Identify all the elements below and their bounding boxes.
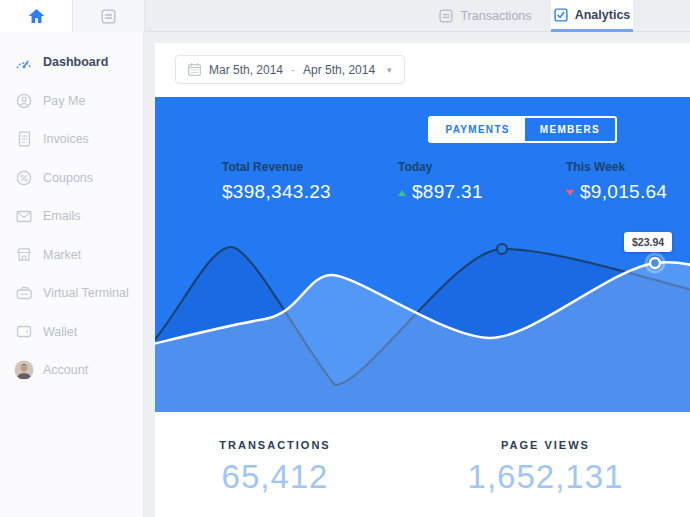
stat-label: Today bbox=[398, 160, 483, 174]
chevron-down-icon: ▾ bbox=[387, 65, 392, 75]
sidebar-item-label: Coupons bbox=[43, 171, 93, 185]
footer-stat-transactions: TRANSACTIONS 65,412 bbox=[170, 439, 380, 496]
sidebar-item-coupons[interactable]: Coupons bbox=[0, 159, 143, 198]
sidebar-item-label: Invoices bbox=[43, 132, 89, 146]
calendar-icon bbox=[188, 63, 201, 76]
footer-stat-value: 1,652,131 bbox=[423, 458, 668, 496]
analytics-chart-panel: PAYMENTS MEMBERS Total Revenue $398,343.… bbox=[155, 97, 690, 412]
pages-tab[interactable] bbox=[72, 0, 145, 32]
date-range-start: Mar 5th, 2014 bbox=[209, 63, 283, 77]
sidebar-item-pay-me[interactable]: Pay Me bbox=[0, 82, 143, 121]
footer-stat-value: 65,412 bbox=[170, 458, 380, 496]
sidebar-item-emails[interactable]: Emails bbox=[0, 197, 143, 236]
sidebar-item-label: Dashboard bbox=[43, 55, 108, 69]
stat-value: $398,343.23 bbox=[222, 181, 331, 203]
stat-value: $9,015.64 bbox=[566, 181, 667, 203]
tab-transactions-label: Transactions bbox=[460, 9, 531, 23]
stat-label: This Week bbox=[566, 160, 667, 174]
home-tab[interactable] bbox=[0, 0, 72, 32]
gauge-icon bbox=[14, 55, 34, 70]
stat-today: Today $897.31 bbox=[398, 160, 483, 203]
footer-stat-label: PAGE VIEWS bbox=[423, 439, 668, 451]
area-chart[interactable] bbox=[155, 97, 690, 412]
topbar: Transactions Analytics bbox=[0, 0, 690, 32]
toggle-members[interactable]: MEMBERS bbox=[525, 118, 615, 141]
sidebar-item-virtual-terminal[interactable]: Virtual Terminal bbox=[0, 274, 143, 313]
white-series-point-marker bbox=[650, 258, 660, 268]
wallet-icon bbox=[14, 325, 34, 338]
trend-down-icon bbox=[566, 190, 574, 196]
footer-stat-label: TRANSACTIONS bbox=[170, 439, 380, 451]
stat-this-week: This Week $9,015.64 bbox=[566, 160, 667, 203]
date-range-picker[interactable]: Mar 5th, 2014 - Apr 5th, 2014 ▾ bbox=[175, 55, 405, 84]
tab-analytics[interactable]: Analytics bbox=[551, 0, 633, 32]
avatar-photo bbox=[14, 360, 34, 380]
stat-total-revenue: Total Revenue $398,343.23 bbox=[222, 160, 331, 203]
sidebar-item-label: Account bbox=[43, 363, 88, 377]
sidebar-item-dashboard[interactable]: Dashboard bbox=[0, 43, 143, 82]
trend-up-icon bbox=[398, 190, 406, 196]
tab-transactions[interactable]: Transactions bbox=[428, 0, 543, 32]
date-range-separator: - bbox=[291, 63, 295, 77]
card-terminal-icon bbox=[14, 286, 34, 300]
tab-analytics-label: Analytics bbox=[575, 8, 631, 22]
dark-series-peak-marker bbox=[497, 244, 507, 254]
sidebar-item-label: Market bbox=[43, 248, 81, 262]
sidebar-item-label: Pay Me bbox=[43, 94, 85, 108]
toggle-payments[interactable]: PAYMENTS bbox=[430, 118, 524, 141]
chart-series-toggle: PAYMENTS MEMBERS bbox=[428, 116, 617, 143]
person-circle-icon bbox=[14, 93, 34, 109]
sidebar-item-wallet[interactable]: Wallet bbox=[0, 313, 143, 352]
sidebar: Dashboard Pay Me Invoices Coupons Emails… bbox=[0, 32, 144, 517]
storefront-icon bbox=[14, 247, 34, 262]
sidebar-item-label: Emails bbox=[43, 209, 81, 223]
envelope-icon bbox=[14, 210, 34, 223]
analytics-check-icon bbox=[554, 8, 568, 22]
sidebar-item-invoices[interactable]: Invoices bbox=[0, 120, 143, 159]
percent-circle-icon bbox=[14, 170, 34, 186]
transactions-list-icon bbox=[439, 9, 453, 23]
home-icon bbox=[28, 8, 45, 24]
chart-tooltip: $23.94 bbox=[624, 232, 672, 252]
date-range-end: Apr 5th, 2014 bbox=[303, 63, 375, 77]
sidebar-item-account[interactable]: Account bbox=[0, 351, 143, 390]
list-icon bbox=[101, 9, 116, 24]
stat-value: $897.31 bbox=[398, 181, 483, 203]
main-content-card: Mar 5th, 2014 - Apr 5th, 2014 ▾ PAYMENTS… bbox=[155, 43, 690, 517]
footer-stat-page-views: PAGE VIEWS 1,652,131 bbox=[423, 439, 668, 496]
sidebar-item-label: Virtual Terminal bbox=[43, 286, 129, 300]
invoice-doc-icon bbox=[14, 131, 34, 147]
sidebar-item-market[interactable]: Market bbox=[0, 236, 143, 275]
sidebar-item-label: Wallet bbox=[43, 325, 77, 339]
stat-label: Total Revenue bbox=[222, 160, 331, 174]
